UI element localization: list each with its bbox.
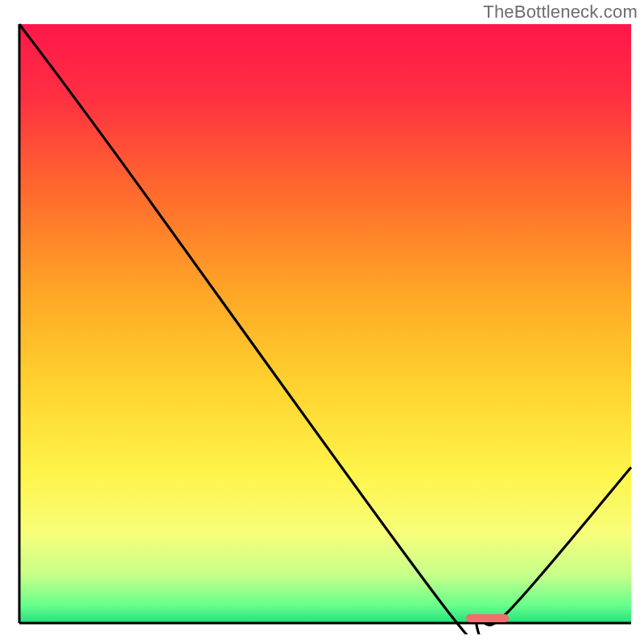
optimal-marker (466, 614, 509, 622)
bottleneck-chart (10, 23, 634, 634)
chart-container: TheBottleneck.com (0, 0, 644, 644)
plot-background (19, 24, 631, 623)
watermark-text: TheBottleneck.com (483, 2, 638, 23)
